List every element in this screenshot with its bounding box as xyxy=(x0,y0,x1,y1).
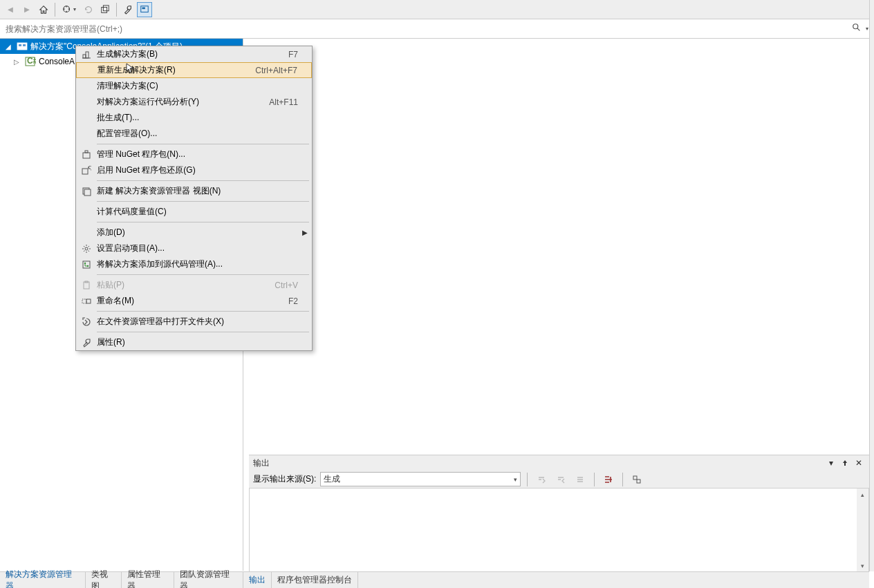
menu-item-label: 配置管理器(O)... xyxy=(97,128,298,140)
nav-back-button[interactable]: ◄ xyxy=(3,2,18,17)
svg-rect-9 xyxy=(23,44,26,46)
expand-icon[interactable]: ◢ xyxy=(6,43,14,50)
clear-all-button[interactable] xyxy=(573,472,588,487)
menu-item-shortcut: Ctrl+Alt+F7 xyxy=(255,66,297,75)
svg-rect-8 xyxy=(19,44,21,46)
svg-rect-20 xyxy=(84,189,91,196)
menu-separator xyxy=(97,222,309,222)
right-dock-strip[interactable] xyxy=(869,0,874,571)
tab-package-manager-console[interactable]: 程序包管理器控制台 xyxy=(272,572,358,588)
bottom-tabs-right: 输出 程序包管理器控制台 xyxy=(243,571,869,588)
svg-rect-4 xyxy=(142,7,145,9)
menu-item-shortcut: Ctrl+V xyxy=(275,281,298,290)
menu-item[interactable]: 重命名(M)F2 xyxy=(76,293,312,309)
menu-item-label: 启用 NuGet 程序包还原(G) xyxy=(97,164,298,176)
menu-item[interactable]: 管理 NuGet 程序包(N)... xyxy=(76,146,312,162)
svg-rect-15 xyxy=(86,52,89,58)
autoscroll-button[interactable] xyxy=(629,472,644,487)
svg-rect-28 xyxy=(86,299,91,303)
menu-item-label: 添加(D) xyxy=(97,227,298,238)
tab-class-view[interactable]: 类视图 xyxy=(86,572,122,588)
menu-item[interactable]: 生成解决方案(B)F7 xyxy=(76,46,312,62)
menu-item[interactable]: 批生成(T)... xyxy=(76,110,312,126)
output-text-area[interactable]: ▴ ▾ xyxy=(249,489,869,572)
expand-icon[interactable]: ▷ xyxy=(14,58,22,66)
tab-solution-explorer[interactable]: 解决方案资源管理器 xyxy=(0,572,86,588)
menu-item[interactable]: 新建 解决方案资源管理器 视图(N) xyxy=(76,183,312,199)
paste-icon xyxy=(76,281,97,290)
menu-item-label: 将解决方案添加到源代码管理(A)... xyxy=(97,258,298,270)
restore-icon xyxy=(76,166,97,176)
toolbar-separator xyxy=(622,473,623,486)
solution-icon xyxy=(17,41,28,52)
menu-item-label: 设置启动项目(A)... xyxy=(97,243,298,254)
menu-item[interactable]: 将解决方案添加到源代码管理(A)... xyxy=(76,256,312,272)
menu-item: 粘贴(P)Ctrl+V xyxy=(76,277,312,293)
tab-property-manager[interactable]: 属性管理器 xyxy=(122,572,174,588)
menu-item-shortcut: F7 xyxy=(288,50,298,59)
svg-rect-22 xyxy=(83,261,90,268)
toolbar-separator xyxy=(55,3,55,17)
output-source-combo[interactable]: 生成 ▾ xyxy=(320,472,521,486)
tab-team-explorer[interactable]: 团队资源管理器 xyxy=(174,572,243,588)
svg-rect-12 xyxy=(633,476,637,480)
scope-button[interactable]: ▾ xyxy=(59,2,80,17)
menu-item-shortcut: Alt+F11 xyxy=(269,97,298,107)
scroll-up-button[interactable]: ▴ xyxy=(857,489,868,500)
output-panel: 输出 ▾ ✕ 显示输出来源(S): 生成 ▾ ▴ ▾ xyxy=(249,455,869,571)
menu-item[interactable]: 清理解决方案(C) xyxy=(76,78,312,94)
csharp-project-icon: C# xyxy=(25,56,36,67)
close-button[interactable]: ✕ xyxy=(853,457,865,469)
properties-button[interactable] xyxy=(120,2,136,17)
output-titlebar[interactable]: 输出 ▾ ✕ xyxy=(249,455,869,471)
menu-item[interactable]: 启用 NuGet 程序包还原(G) xyxy=(76,162,312,178)
svg-rect-27 xyxy=(82,299,86,303)
menu-item[interactable]: 配置管理器(O)... xyxy=(76,126,312,142)
refresh-button[interactable] xyxy=(81,2,96,17)
submenu-arrow-icon: ▶ xyxy=(302,229,308,236)
output-source-value: 生成 xyxy=(324,473,340,485)
project-label: ConsoleA xyxy=(39,57,75,66)
home-button[interactable] xyxy=(36,2,51,17)
svg-point-24 xyxy=(87,265,89,266)
newview-icon xyxy=(76,187,97,196)
svg-rect-16 xyxy=(83,153,90,158)
rename-icon xyxy=(76,296,97,306)
scroll-down-button[interactable]: ▾ xyxy=(857,560,868,571)
find-message-next-button[interactable] xyxy=(553,472,568,487)
search-options-caret[interactable]: ▾ xyxy=(866,26,868,32)
menu-item[interactable]: 在文件资源管理器中打开文件夹(X) xyxy=(76,314,312,330)
menu-item[interactable]: 设置启动项目(A)... xyxy=(76,240,312,256)
search-icon[interactable] xyxy=(852,23,862,35)
vertical-scrollbar[interactable]: ▴ ▾ xyxy=(857,489,868,571)
folder-icon xyxy=(76,317,97,327)
menu-item-label: 重新生成解决方案(R) xyxy=(97,64,255,76)
svg-rect-18 xyxy=(82,169,88,174)
preview-button[interactable] xyxy=(137,2,152,17)
toggle-wrap-button[interactable] xyxy=(601,472,616,487)
nav-forward-button[interactable]: ► xyxy=(19,2,35,17)
menu-item[interactable]: 计算代码度量值(C) xyxy=(76,204,312,220)
window-position-button[interactable]: ▾ xyxy=(825,457,837,469)
svg-point-23 xyxy=(84,262,86,263)
toolbar-separator xyxy=(527,473,528,486)
menu-item[interactable]: 属性(R) xyxy=(76,334,312,350)
svg-line-6 xyxy=(857,28,860,31)
collapse-all-button[interactable] xyxy=(97,2,113,17)
menu-item-label: 在文件资源管理器中打开文件夹(X) xyxy=(97,316,298,328)
build-icon xyxy=(76,50,97,59)
menu-item-label: 管理 NuGet 程序包(N)... xyxy=(97,149,298,160)
tab-output[interactable]: 输出 xyxy=(243,572,272,588)
menu-item-label: 清理解决方案(C) xyxy=(97,80,298,92)
find-message-prev-button[interactable] xyxy=(534,472,549,487)
svg-rect-13 xyxy=(637,480,640,483)
menu-item[interactable]: 重新生成解决方案(R)Ctrl+Alt+F7 xyxy=(76,62,312,78)
toolbar: ◄ ► ▾ xyxy=(0,0,874,19)
menu-item[interactable]: 添加(D)▶ xyxy=(76,225,312,240)
nuget-icon xyxy=(76,150,97,160)
menu-separator xyxy=(97,274,309,275)
pin-button[interactable] xyxy=(839,457,851,469)
gear-icon xyxy=(76,244,97,254)
search-input[interactable] xyxy=(6,24,852,34)
menu-item[interactable]: 对解决方案运行代码分析(Y)Alt+F11 xyxy=(76,94,312,110)
